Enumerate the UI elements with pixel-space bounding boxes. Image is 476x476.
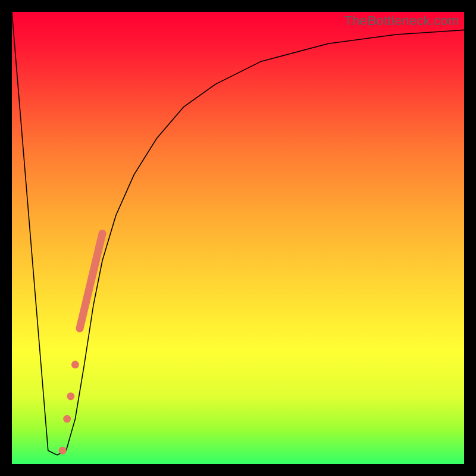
highlight-dot [63, 415, 71, 423]
highlight-dot [67, 393, 74, 400]
bottleneck-curve [12, 12, 464, 455]
curve-svg [12, 12, 464, 464]
highlight-segment [80, 233, 102, 328]
highlight-dot [59, 447, 67, 455]
plot-area: TheBottleneck.com [12, 12, 464, 464]
highlight-dot [71, 361, 79, 368]
chart-frame: TheBottleneck.com [0, 0, 476, 476]
